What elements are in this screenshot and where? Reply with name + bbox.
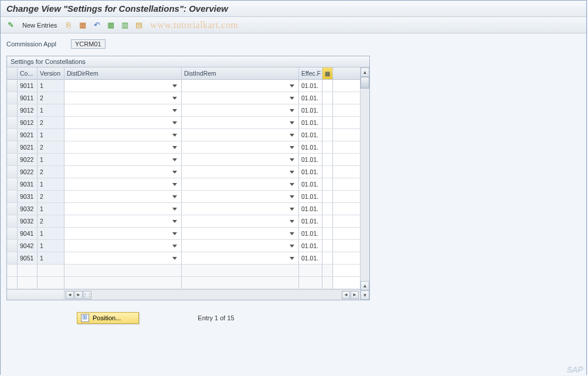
cell-empty[interactable]: [64, 265, 182, 276]
cell-co[interactable]: 9051: [18, 252, 38, 264]
header-co[interactable]: Co...: [18, 67, 38, 79]
row-selector[interactable]: [7, 240, 18, 252]
cell-effec[interactable]: 01.01.: [299, 166, 322, 178]
row-selector[interactable]: [7, 265, 18, 276]
cell-effec[interactable]: 01.01.: [299, 80, 322, 92]
cell-distdirrem-dropdown[interactable]: [64, 240, 182, 252]
row-selector[interactable]: [7, 154, 18, 165]
cell-co[interactable]: 9031: [18, 178, 38, 190]
cell-distindrem-dropdown[interactable]: [182, 92, 299, 104]
cell-empty[interactable]: [299, 277, 322, 289]
cell-co[interactable]: 9032: [18, 215, 38, 227]
cell-co[interactable]: 9021: [18, 129, 38, 141]
cell-effec[interactable]: 01.01.: [299, 215, 322, 227]
row-selector[interactable]: [7, 104, 18, 116]
cell-empty[interactable]: [182, 277, 299, 289]
cell-effec[interactable]: 01.01.: [299, 154, 322, 165]
scroll-track[interactable]: [361, 77, 369, 281]
scroll-down-button-alt[interactable]: ▲: [361, 281, 369, 290]
copy-button[interactable]: ⎘: [62, 19, 75, 31]
cell-co[interactable]: 9011: [18, 80, 38, 92]
cell-distindrem-dropdown[interactable]: [182, 228, 299, 239]
position-button[interactable]: Position...: [77, 312, 139, 324]
cell-co[interactable]: 9032: [18, 203, 38, 215]
row-selector[interactable]: [7, 203, 18, 215]
cell-distindrem-dropdown[interactable]: [182, 154, 299, 165]
header-selector[interactable]: [7, 67, 18, 79]
hscroll-right2-button[interactable]: ►: [351, 291, 359, 299]
cell-distindrem-dropdown[interactable]: [182, 129, 299, 141]
header-version[interactable]: Version: [38, 67, 64, 79]
cell-version[interactable]: 1: [38, 80, 64, 92]
cell-effec[interactable]: 01.01.: [299, 129, 322, 141]
hscroll-left-button[interactable]: ◄: [66, 291, 74, 299]
hscroll-right-button[interactable]: ►: [74, 291, 83, 299]
cell-effec[interactable]: 01.01.: [299, 191, 322, 202]
cell-version[interactable]: 1: [38, 203, 64, 215]
row-selector[interactable]: [7, 80, 18, 92]
row-selector[interactable]: [7, 117, 18, 128]
cell-distdirrem-dropdown[interactable]: [64, 215, 182, 227]
cell-effec[interactable]: 01.01.: [299, 252, 322, 264]
cell-effec[interactable]: 01.01.: [299, 228, 322, 239]
cell-version[interactable]: 2: [38, 191, 64, 202]
cell-co[interactable]: 9042: [18, 240, 38, 252]
row-selector[interactable]: [7, 141, 18, 153]
cell-empty[interactable]: [299, 265, 322, 276]
scroll-down-button[interactable]: ▼: [361, 290, 369, 300]
cell-version[interactable]: 2: [38, 117, 64, 128]
cell-effec[interactable]: 01.01.: [299, 104, 322, 116]
cell-distdirrem-dropdown[interactable]: [64, 203, 182, 215]
cell-version[interactable]: 1: [38, 240, 64, 252]
cell-effec[interactable]: 01.01.: [299, 178, 322, 190]
row-selector[interactable]: [7, 129, 18, 141]
cell-version[interactable]: 2: [38, 215, 64, 227]
cell-empty[interactable]: [64, 277, 182, 289]
cell-distindrem-dropdown[interactable]: [182, 252, 299, 264]
new-entries-button[interactable]: New Entries: [18, 19, 61, 31]
select-block-button[interactable]: ▥: [118, 19, 131, 31]
scroll-up-button[interactable]: ▲: [361, 67, 369, 77]
cell-version[interactable]: 1: [38, 129, 64, 141]
cell-version[interactable]: 1: [38, 178, 64, 190]
cell-co[interactable]: 9021: [18, 141, 38, 153]
row-selector[interactable]: [7, 191, 18, 202]
cell-effec[interactable]: 01.01.: [299, 203, 322, 215]
cell-co[interactable]: 9011: [18, 92, 38, 104]
cell-version[interactable]: 1: [38, 252, 64, 264]
row-selector[interactable]: [7, 92, 18, 104]
hscroll-left2-button[interactable]: ◄: [342, 291, 350, 299]
cell-version[interactable]: 2: [38, 166, 64, 178]
cell-version[interactable]: 1: [38, 228, 64, 239]
cell-version[interactable]: 1: [38, 154, 64, 165]
scroll-thumb[interactable]: [361, 77, 369, 89]
cell-empty[interactable]: [182, 265, 299, 276]
delete-button[interactable]: ▦: [76, 19, 89, 31]
row-selector[interactable]: [7, 215, 18, 227]
cell-empty[interactable]: [38, 277, 64, 289]
cell-distdirrem-dropdown[interactable]: [64, 154, 182, 165]
cell-distdirrem-dropdown[interactable]: [64, 228, 182, 239]
cell-co[interactable]: 9031: [18, 191, 38, 202]
row-selector[interactable]: [7, 277, 18, 289]
cell-version[interactable]: 2: [38, 141, 64, 153]
select-all-button[interactable]: ▦: [104, 19, 117, 31]
cell-distindrem-dropdown[interactable]: [182, 80, 299, 92]
cell-empty[interactable]: [18, 265, 38, 276]
cell-co[interactable]: 9022: [18, 166, 38, 178]
cell-co[interactable]: 9012: [18, 104, 38, 116]
cell-co[interactable]: 9022: [18, 154, 38, 165]
cell-version[interactable]: 1: [38, 104, 64, 116]
cell-distdirrem-dropdown[interactable]: [64, 191, 182, 202]
cell-distdirrem-dropdown[interactable]: [64, 129, 182, 141]
cell-version[interactable]: 2: [38, 92, 64, 104]
cell-empty[interactable]: [18, 277, 38, 289]
header-effec[interactable]: Effec.F: [299, 67, 322, 79]
cell-distindrem-dropdown[interactable]: [182, 191, 299, 202]
cell-distindrem-dropdown[interactable]: [182, 104, 299, 116]
cell-distdirrem-dropdown[interactable]: [64, 166, 182, 178]
header-config-button[interactable]: ▦: [322, 67, 333, 79]
deselect-button[interactable]: ▤: [132, 19, 145, 31]
cell-distindrem-dropdown[interactable]: [182, 141, 299, 153]
undo-button[interactable]: ↶: [90, 19, 103, 31]
